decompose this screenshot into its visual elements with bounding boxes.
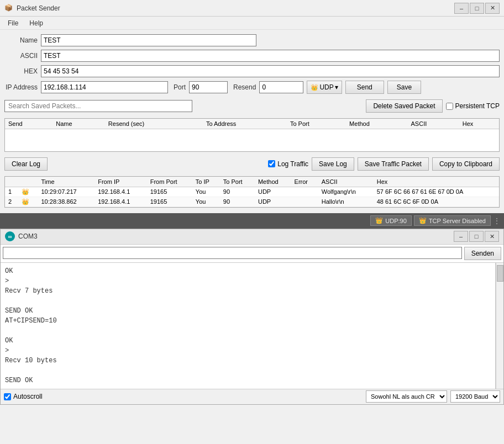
- arduino-controls: – □ ✕: [454, 231, 499, 242]
- app-icon: 📦: [4, 4, 13, 13]
- arduino-minimize-button[interactable]: –: [454, 231, 468, 242]
- arduino-close-button[interactable]: ✕: [485, 231, 499, 242]
- protocol-label: UDP: [319, 83, 333, 91]
- ascii-input[interactable]: [41, 50, 500, 62]
- name-row: Name: [4, 34, 500, 46]
- hex-label: HEX: [4, 67, 38, 75]
- row-to-ip: You: [192, 187, 220, 197]
- packet-table: Send Name Resend (sec) To Address To Por…: [5, 119, 499, 151]
- autoscroll-checkbox[interactable]: [4, 393, 11, 400]
- persistent-tcp-checkbox[interactable]: [446, 103, 453, 110]
- ip-label: IP Address: [4, 83, 38, 91]
- ip-input[interactable]: [41, 81, 168, 93]
- search-row: Delete Saved Packet Persistent TCP: [4, 99, 500, 113]
- save-traffic-packet-button[interactable]: Save Traffic Packet: [358, 157, 429, 171]
- port-label: Port: [174, 83, 186, 91]
- col-to-address: To Address: [203, 119, 287, 129]
- status-bar: 👑 UDP:90 👑 TCP Server Disabled ⋮: [0, 213, 504, 229]
- row-to-port: 90: [220, 187, 255, 197]
- title-bar: 📦 Packet Sender – □ ✕: [0, 0, 504, 17]
- hex-row: HEX: [4, 65, 500, 77]
- traffic-col-to-ip: To IP: [192, 177, 220, 187]
- hex-input[interactable]: [41, 65, 500, 77]
- ascii-label: ASCII: [4, 52, 38, 60]
- bottom-button-row: Clear Log Log Traffic Save Log Save Traf…: [4, 157, 500, 171]
- row-time: 10:29:07.217: [38, 187, 95, 197]
- port-input[interactable]: [189, 81, 228, 93]
- log-traffic-label: Log Traffic: [277, 160, 308, 168]
- baud-rate-select[interactable]: 19200 Baud: [450, 390, 500, 403]
- senden-button[interactable]: Senden: [464, 247, 501, 260]
- row-to-ip: You: [192, 197, 220, 207]
- status-more-icon: ⋮: [493, 216, 501, 225]
- row-from-ip: 192.168.4.1: [95, 197, 147, 207]
- save-button[interactable]: Save: [387, 81, 421, 94]
- scrollbar-thumb[interactable]: [497, 265, 503, 282]
- arduino-title-left: ∞ COM3: [5, 231, 38, 241]
- arduino-maximize-button[interactable]: □: [469, 231, 484, 242]
- col-name: Name: [53, 119, 105, 129]
- maximize-button[interactable]: □: [470, 3, 484, 14]
- traffic-col-method: Method: [255, 177, 291, 187]
- menu-file[interactable]: File: [2, 18, 24, 28]
- menu-bar: File Help: [0, 17, 504, 30]
- resend-input[interactable]: [259, 81, 303, 93]
- row-error: [291, 197, 318, 207]
- save-log-button[interactable]: Save Log: [312, 157, 354, 171]
- table-row[interactable]: 1 👑 10:29:07.217 192.168.4.1 19165 You 9…: [5, 187, 499, 197]
- row-hex: 57 6F 6C 66 67 61 6E 67 0D 0A: [374, 187, 499, 197]
- main-window: Name ASCII HEX IP Address Port Resend 👑 …: [0, 30, 504, 213]
- row-ascii: Wolfgang\r\n: [318, 187, 374, 197]
- arduino-title-bar: ∞ COM3 – □ ✕: [1, 229, 503, 245]
- log-traffic-checkbox-row: Log Traffic: [268, 160, 308, 168]
- protocol-button[interactable]: 👑 UDP ▾: [307, 81, 342, 94]
- arduino-send-input[interactable]: [3, 247, 462, 259]
- col-hex: Hex: [459, 119, 499, 129]
- udp-status-badge[interactable]: 👑 UDP:90: [370, 215, 412, 226]
- name-input[interactable]: [41, 34, 256, 46]
- udp-badge-label: UDP:90: [385, 218, 407, 224]
- tcp-status-badge[interactable]: 👑 TCP Server Disabled: [414, 215, 491, 226]
- row-ascii: Hallo\r\n: [318, 197, 374, 207]
- copy-to-clipboard-button[interactable]: Copy to Clipboard: [432, 157, 500, 171]
- traffic-table-container: Time From IP From Port To IP To Port Met…: [4, 176, 500, 208]
- arduino-window: ∞ COM3 – □ ✕ Senden OK > Recv 7 bytes SE…: [0, 229, 504, 405]
- traffic-col-from-ip: From IP: [95, 177, 147, 187]
- row-icon: 👑: [18, 197, 38, 207]
- row-num: 1: [5, 187, 18, 197]
- autoscroll-label: Autoscroll: [13, 393, 43, 400]
- arduino-icon: ∞: [5, 231, 15, 241]
- console-wrapper: OK > Recv 7 bytes SEND OK AT+CIPSEND=10 …: [1, 263, 503, 389]
- col-method: Method: [346, 119, 407, 129]
- traffic-col-ascii: ASCII: [318, 177, 374, 187]
- crown-icon: 👑: [311, 84, 318, 91]
- row-hex: 48 61 6C 6C 6F 0D 0A: [374, 197, 499, 207]
- table-row[interactable]: 2 👑 10:28:38.862 192.168.4.1 19165 You 9…: [5, 197, 499, 207]
- close-button[interactable]: ✕: [485, 3, 500, 14]
- traffic-col-hex: Hex: [374, 177, 499, 187]
- row-method: UDP: [255, 197, 291, 207]
- line-ending-select[interactable]: Sowohl NL als auch CR: [366, 390, 447, 403]
- arduino-bottom-bar: Autoscroll Sowohl NL als auch CR 19200 B…: [1, 389, 503, 404]
- app-title: Packet Sender: [17, 4, 60, 12]
- minimize-button[interactable]: –: [454, 3, 469, 14]
- col-ascii: ASCII: [408, 119, 459, 129]
- resend-label: Resend: [233, 83, 256, 91]
- scrollbar[interactable]: [496, 263, 503, 389]
- traffic-col-time: Time: [38, 177, 95, 187]
- row-time: 10:28:38.862: [38, 197, 95, 207]
- log-traffic-checkbox[interactable]: [268, 160, 275, 167]
- send-button[interactable]: Send: [345, 81, 384, 94]
- menu-help[interactable]: Help: [24, 18, 49, 28]
- traffic-col-error: Error: [291, 177, 318, 187]
- col-to-port: To Port: [287, 119, 346, 129]
- traffic-table: Time From IP From Port To IP To Port Met…: [5, 177, 499, 207]
- delete-saved-packet-button[interactable]: Delete Saved Packet: [366, 99, 442, 113]
- name-label: Name: [4, 36, 38, 44]
- persistent-tcp-label: Persistent TCP: [455, 102, 500, 110]
- protocol-dropdown-icon: ▾: [335, 83, 338, 91]
- search-input[interactable]: [4, 100, 192, 112]
- clear-log-button[interactable]: Clear Log: [4, 157, 48, 171]
- ip-row: IP Address Port Resend 👑 UDP ▾ Send Save: [4, 81, 500, 94]
- row-to-port: 90: [220, 197, 255, 207]
